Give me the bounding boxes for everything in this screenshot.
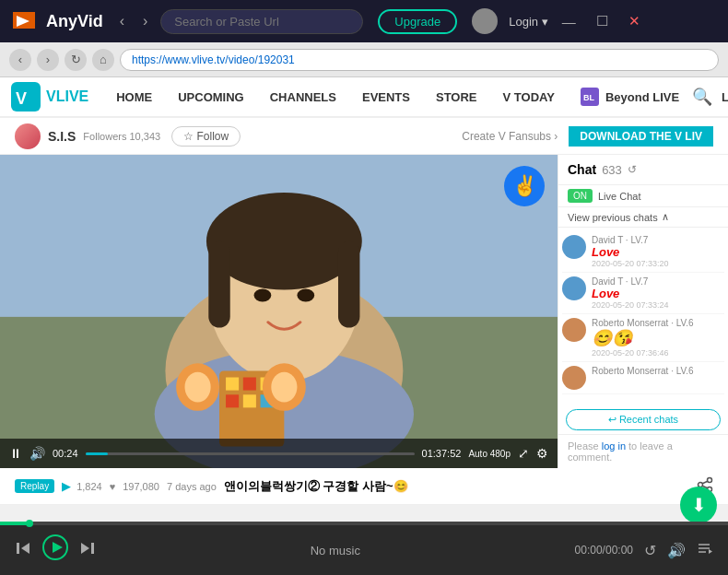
view-previous-chats-button[interactable]: View previous chats ∧ — [558, 207, 728, 228]
chat-message: David T · LV.7 Love 2020-05-20 07:33:24 — [562, 273, 724, 314]
address-bar: ‹ › ↻ ⌂ — [0, 42, 728, 77]
chat-count: 633 — [602, 163, 622, 177]
svg-rect-13 — [338, 241, 359, 328]
svg-point-26 — [271, 372, 297, 403]
chat-user-avatar — [562, 366, 586, 390]
chat-refresh-icon[interactable]: ↺ — [628, 163, 637, 176]
browser-refresh-button[interactable]: ↻ — [65, 49, 87, 71]
beyond-live-label: Beyond LIVE — [605, 90, 679, 104]
vlive-sign-icon: ✌ — [512, 174, 537, 198]
chat-footer: Please log in to leave a comment. — [558, 434, 728, 468]
expand-button[interactable]: ⤢ — [518, 446, 529, 461]
next-track-button[interactable] — [79, 540, 96, 561]
chat-username: David T · LV.7 — [592, 235, 724, 245]
chevron-up-icon: ∧ — [662, 211, 669, 223]
close-button[interactable]: ✕ — [622, 11, 647, 31]
svg-point-25 — [185, 372, 211, 403]
settings-button[interactable]: ⚙ — [536, 446, 548, 461]
heart-icon: ♥ — [110, 481, 116, 492]
svg-rect-36 — [91, 543, 94, 554]
video-area: ✌ ⏸ 🔊 00:24 01:37:52 Auto 480p ⤢ ⚙ — [0, 155, 558, 468]
forward-button[interactable]: › — [137, 11, 153, 31]
beyond-live-icon: BL — [581, 88, 599, 106]
svg-marker-33 — [21, 543, 29, 554]
chat-message: Roberto Monserrat · LV.6 — [562, 362, 724, 394]
back-button[interactable]: ‹ — [114, 11, 130, 31]
time-ago: 7 days ago — [167, 481, 217, 492]
app-name: AnyVid — [46, 12, 103, 31]
vlive-badge: ✌ — [504, 166, 545, 206]
chat-message: David T · LV.7 Love 2020-05-20 07:33:20 — [562, 231, 724, 273]
channel-name: S.I.S — [48, 129, 76, 144]
player-progress-bar[interactable] — [0, 522, 728, 525]
chat-timestamp: 2020-05-20 07:36:46 — [592, 348, 724, 358]
upgrade-button[interactable]: Upgrade — [378, 9, 457, 34]
player-progress-fill — [0, 522, 28, 525]
like-count: 197,080 — [123, 481, 159, 492]
url-input[interactable] — [120, 49, 719, 71]
view-count: 1,824 — [76, 481, 102, 492]
nav-login[interactable]: Login — [722, 90, 728, 104]
pause-button[interactable]: ⏸ — [9, 446, 22, 461]
quality-button[interactable]: Auto 480p — [468, 449, 511, 459]
nav-beyond-live[interactable]: BL Beyond LIVE — [568, 76, 692, 117]
search-input[interactable] — [160, 9, 363, 34]
browser-home-button[interactable]: ⌂ — [92, 49, 114, 71]
player-time: 00:00/00:00 — [575, 544, 633, 557]
playlist-button[interactable] — [697, 540, 713, 560]
svg-rect-20 — [226, 394, 239, 407]
channel-header: S.I.S Followers 10,343 ☆ Follow Create V… — [0, 118, 728, 155]
recent-chats-button[interactable]: ↩ Recent chats — [566, 409, 721, 430]
avatar — [472, 8, 498, 34]
follow-button[interactable]: ☆ Follow — [171, 126, 241, 147]
svg-rect-17 — [226, 378, 239, 391]
live-badge: ON — [568, 189, 593, 203]
nav-home[interactable]: HOME — [103, 76, 165, 117]
svg-marker-35 — [53, 542, 63, 553]
maximize-button[interactable]: ☐ — [590, 11, 615, 31]
login-link[interactable]: log in — [602, 440, 626, 452]
previous-track-button[interactable] — [15, 540, 31, 561]
search-icon[interactable]: 🔍 — [692, 87, 712, 107]
main-content: ✌ ⏸ 🔊 00:24 01:37:52 Auto 480p ⤢ ⚙ Chat … — [0, 155, 728, 468]
live-chat-label: Live Chat — [598, 191, 640, 202]
nav-events[interactable]: EVENTS — [349, 76, 423, 117]
playlist-icon — [697, 540, 713, 557]
player-play-button[interactable] — [42, 534, 68, 566]
video-frame — [0, 155, 558, 468]
create-fansubs-link[interactable]: Create V Fansubs › — [462, 130, 558, 143]
chat-panel: Chat 633 ↺ ON Live Chat View previous ch… — [558, 155, 728, 468]
volume-button[interactable]: 🔊 — [29, 446, 45, 461]
chat-user-avatar — [562, 318, 586, 342]
nav-vtoday[interactable]: V TODAY — [490, 76, 568, 117]
volume-ctrl-button[interactable]: 🔊 — [667, 542, 686, 559]
nav-store[interactable]: STORE — [423, 76, 490, 117]
minimize-button[interactable]: — — [556, 12, 582, 31]
download-float-button[interactable]: ⬇ — [680, 487, 717, 523]
video-controls: ⏸ 🔊 00:24 01:37:52 Auto 480p ⤢ ⚙ — [0, 439, 558, 468]
repeat-button[interactable]: ↺ — [644, 542, 656, 559]
chat-text: Love — [592, 287, 724, 300]
chat-user-avatar — [562, 276, 586, 300]
svg-text:BL: BL — [583, 93, 594, 102]
nav-upcoming[interactable]: UPCOMING — [165, 76, 257, 117]
player-bar: No music 00:00/00:00 ↺ 🔊 — [0, 525, 728, 575]
nav-channels[interactable]: CHANNELS — [257, 76, 349, 117]
vlive-text: VLIVE — [46, 88, 88, 105]
video-info-bar: Replay ▶ 1,824 ♥ 197,080 7 days ago 앤이의블… — [0, 468, 728, 505]
chat-timestamp: 2020-05-20 07:33:20 — [592, 259, 724, 268]
svg-rect-21 — [243, 394, 256, 407]
svg-rect-18 — [243, 378, 256, 391]
play-icon — [42, 534, 68, 560]
chat-username: Roberto Monserrat · LV.6 — [592, 366, 724, 376]
chat-title: Chat — [568, 162, 596, 177]
next-icon — [79, 540, 96, 557]
login-button[interactable]: Login ▾ — [509, 15, 547, 29]
chat-header: Chat 633 ↺ — [558, 155, 728, 185]
browser-back-button[interactable]: ‹ — [9, 49, 31, 71]
progress-bar[interactable] — [86, 452, 415, 455]
svg-point-14 — [254, 288, 272, 301]
download-banner[interactable]: DOWNLOAD THE V LIV — [569, 126, 713, 147]
browser-forward-button[interactable]: › — [37, 49, 59, 71]
svg-marker-41 — [709, 549, 712, 554]
